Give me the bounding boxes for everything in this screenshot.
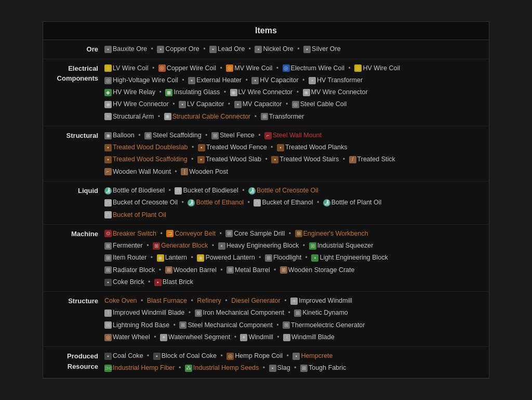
item-name: Item Router bbox=[113, 254, 147, 261]
item-name: Improved Windmill bbox=[299, 297, 352, 304]
bucket-icon: ⊓ bbox=[104, 211, 112, 218]
separator: • bbox=[295, 88, 300, 96]
list-item: 🍶Bottle of Ethanol bbox=[188, 199, 244, 206]
separator: • bbox=[283, 297, 288, 304]
switch-icon: ⊙ bbox=[104, 230, 112, 237]
bottle-icon: 🍶 bbox=[104, 187, 112, 195]
item-name: Structural Cable Connector bbox=[172, 113, 251, 120]
stick-icon: / bbox=[349, 156, 356, 163]
separator: • bbox=[145, 242, 151, 249]
item-name: HV Wire Relay bbox=[113, 88, 155, 96]
list-item: ◎Electrum Wire Coil bbox=[283, 64, 345, 72]
item-name: Copper Wire Coil bbox=[167, 64, 216, 72]
list-item: ⌐Wooden Wall Mount bbox=[104, 168, 171, 175]
list-item: ▪Blast Brick bbox=[154, 278, 193, 286]
separator: • bbox=[263, 156, 269, 163]
item-name: Industrial Hemp Seeds bbox=[193, 365, 259, 372]
separator: • bbox=[157, 266, 163, 274]
brick-icon: ▪ bbox=[154, 279, 162, 286]
item-name: Fermenter bbox=[113, 242, 143, 249]
separator: • bbox=[145, 352, 151, 359]
list-item: ▪External Heater bbox=[188, 76, 242, 84]
list-item: Blast Furnace bbox=[147, 297, 187, 304]
item-name: Bauxite Ore bbox=[113, 45, 147, 53]
item-name: Nickel Ore bbox=[263, 45, 293, 53]
category-machine: Machine⊙Breaker Switch • ⊐Conveyor Belt … bbox=[43, 225, 489, 292]
separator: • bbox=[202, 45, 207, 53]
list-item: |Wooden Post bbox=[181, 168, 228, 175]
item-name: Coke Oven bbox=[104, 297, 137, 304]
blade-icon: ⌇ bbox=[104, 309, 112, 317]
separator: • bbox=[219, 266, 224, 274]
list-item: ◉Balloon bbox=[104, 132, 135, 139]
item-name: Windmill bbox=[248, 333, 273, 341]
conn-icon: ◉ bbox=[164, 113, 171, 120]
fabric-icon: ⊞ bbox=[300, 365, 308, 372]
list-item: ◼Insulating Glass bbox=[165, 88, 220, 96]
item-name: Lantern bbox=[165, 254, 187, 261]
list-item: ◎Hemp Rope Coil bbox=[227, 352, 283, 359]
item-name: Metal Barrel bbox=[235, 266, 270, 274]
item-name: Electrum Wire Coil bbox=[291, 64, 345, 72]
bucket-icon: ⊓ bbox=[175, 187, 182, 195]
separator: • bbox=[177, 364, 183, 371]
item-name: Silver Ore bbox=[312, 45, 341, 53]
list-item: ▪Slag bbox=[269, 364, 290, 371]
item-name: Steel Cable Coil bbox=[300, 101, 347, 108]
separator: • bbox=[210, 242, 216, 249]
item-name: Windmill Blade bbox=[291, 333, 335, 341]
category-label-electrical: Electrical Components bbox=[47, 62, 104, 84]
category-content-ore: ▪Bauxite Ore • ▪Copper Ore • ▪Lead Ore •… bbox=[104, 43, 485, 55]
squeezer-icon: ⊞ bbox=[309, 242, 316, 250]
list-item: ⊞Lightning Rod Base bbox=[104, 321, 169, 329]
bucket-icon: ⊓ bbox=[104, 199, 112, 207]
item-name: Breaker Switch bbox=[113, 230, 156, 237]
list-item: ⊃⊂Industrial Hemp Fiber bbox=[104, 364, 175, 371]
list-item: ▪Treated Wood Planks bbox=[277, 144, 348, 151]
list-item: ⊞Steel Mechanical Component bbox=[179, 321, 272, 329]
item-name: Blast Furnace bbox=[147, 297, 187, 304]
category-electrical: Electrical Components◎LV Wire Coil • ◎Co… bbox=[43, 59, 489, 126]
item-name: Industrial Hemp Fiber bbox=[113, 365, 175, 372]
list-item: ▪HV Capacitor bbox=[251, 76, 298, 84]
bottle-icon: 🍶 bbox=[323, 199, 330, 207]
block-icon: ▪ bbox=[153, 353, 161, 360]
seg-icon: ✦ bbox=[160, 334, 167, 341]
arm-icon: ⌗ bbox=[104, 113, 112, 120]
bottle-icon: 🍶 bbox=[248, 187, 256, 195]
list-item: ◎LV Wire Coil bbox=[104, 64, 149, 72]
item-name: Water Wheel bbox=[113, 333, 150, 341]
list-item: ⊞Steel Fence bbox=[211, 132, 255, 139]
list-item: Diesel Generator bbox=[231, 297, 281, 304]
item-name: Generator Block bbox=[161, 242, 208, 249]
separator: • bbox=[284, 100, 289, 108]
item-name: HV Capacitor bbox=[260, 76, 298, 84]
separator: • bbox=[139, 297, 145, 304]
item-name: Treated Stick bbox=[357, 156, 395, 163]
list-item: ◎MV Wire Coil bbox=[226, 64, 272, 72]
item-name: Bucket of Ethanol bbox=[262, 199, 313, 206]
item-name: Treated Wood Planks bbox=[285, 144, 348, 151]
list-item: ▪Coal Coke bbox=[104, 352, 143, 359]
list-item: ⊓Bucket of Biodiesel bbox=[175, 187, 238, 194]
brick-icon: ▪ bbox=[104, 279, 112, 286]
category-label-machine: Machine bbox=[47, 228, 104, 239]
relay-icon: ◆ bbox=[104, 89, 112, 96]
item-name: Steel Scaffolding bbox=[153, 132, 202, 139]
list-item: ✦Windmill bbox=[240, 333, 273, 341]
list-item: ▪Lead Ore bbox=[209, 45, 245, 53]
list-item: ⊞Wooden Barrel bbox=[165, 266, 217, 274]
seeds-icon: ⁂ bbox=[185, 365, 192, 372]
list-item: Coke Oven bbox=[104, 297, 137, 304]
belt-icon: ⊐ bbox=[166, 230, 174, 237]
mech-icon: ⊞ bbox=[179, 321, 187, 329]
separator: • bbox=[204, 132, 209, 139]
separator: • bbox=[241, 187, 246, 194]
slag-icon: ▪ bbox=[269, 365, 276, 372]
list-item: ▪Nickel Ore bbox=[255, 45, 293, 53]
wood-block-icon: ▪ bbox=[104, 144, 112, 151]
balloon-icon: ◉ bbox=[104, 132, 112, 139]
list-item: ⌐Steel Wall Mount bbox=[264, 132, 322, 139]
list-item: ▪Bauxite Ore bbox=[104, 45, 147, 53]
rod-icon: ⊞ bbox=[104, 321, 112, 329]
